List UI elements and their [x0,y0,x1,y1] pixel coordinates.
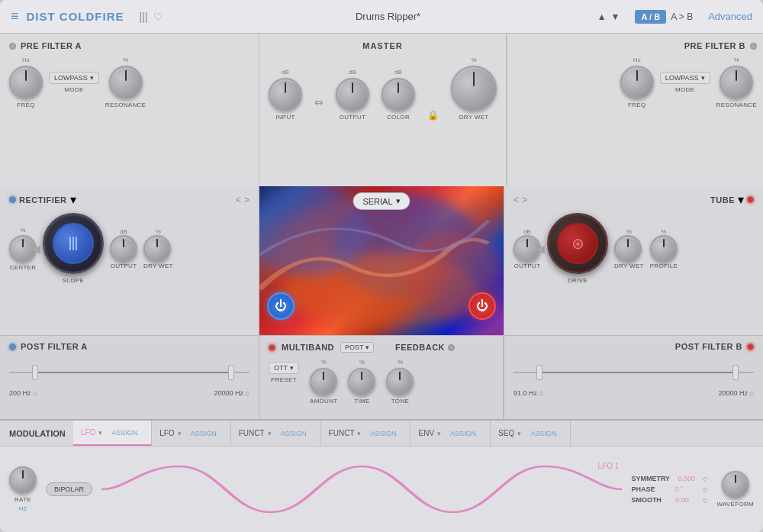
slope-label: SLOPE [43,277,104,284]
serial-dropdown[interactable]: SERIAL ▾ [353,192,410,210]
profile-knob[interactable] [650,235,678,263]
freq-a-knob[interactable] [9,66,43,99]
mod-assign-1[interactable]: ASSIGN [105,429,143,437]
center-label: CENTER [9,264,37,271]
freq-b-group: Hz FREQ [620,56,654,108]
tube-drywet-knob[interactable] [614,235,642,263]
rate-knob-group: RATE HZ [9,466,37,512]
master-color-knob[interactable] [382,78,415,111]
filter-b-high-handle[interactable] [732,365,739,380]
mod-assign-5[interactable]: ASSIGN [444,430,482,437]
knob-line-1 [69,237,71,250]
resonance-b-knob[interactable] [720,66,753,99]
pre-filter-b-led[interactable] [750,43,757,50]
master-drywet-label: DRY WET [459,114,489,121]
power-button-right[interactable]: ⏻ [468,292,496,320]
mod-assign-4[interactable]: ASSIGN [364,430,402,437]
smooth-value[interactable]: 0.00 [675,496,689,504]
filter-a-high-stepper[interactable]: ◇ [245,390,250,397]
rectifier-nav-right[interactable]: > [244,195,250,205]
rectifier-led[interactable] [9,196,16,203]
resonance-a-label: RESONANCE [105,102,146,108]
master-output-top: dB [349,69,356,76]
amount-knob[interactable] [310,368,337,395]
lock-icon[interactable]: 🔒 [427,110,439,121]
mod-assign-6[interactable]: ASSIGN [524,430,562,437]
post-filter-b-slider[interactable] [513,357,754,388]
mod-assign-2[interactable]: ASSIGN [185,430,223,437]
multiband-post-badge[interactable]: POST ▾ [340,342,374,353]
time-knob[interactable] [348,368,375,395]
mode-b-dropdown[interactable]: LOWPASS ▾ [660,72,710,84]
master-output-knob[interactable] [336,78,369,111]
symmetry-stepper[interactable]: ◇ [703,476,707,482]
mod-assign-3[interactable]: ASSIGN [275,430,313,437]
drive-arrow[interactable]: ◀ [536,243,545,255]
power-button-left[interactable]: ⏻ [267,292,295,320]
master-drywet-group: % DRY WET [451,56,497,121]
advanced-button[interactable]: Advanced [708,11,752,22]
multiband-led[interactable] [269,344,275,351]
tube-nav-right[interactable]: > [522,195,527,205]
tone-knob[interactable] [386,368,414,395]
tube-nav-left[interactable]: < [513,195,519,205]
pre-filter-a-label: PRE FILTER A [9,41,250,50]
master-color-top: dB [394,69,402,76]
symmetry-value[interactable]: 0.500 [678,475,695,482]
mod-tab-lfo-2[interactable]: LFO ▾ ASSIGN [152,421,230,446]
filter-b-line [542,372,732,373]
phase-stepper[interactable]: ◇ [703,486,707,493]
post-filter-a-slider[interactable] [9,357,250,388]
tube-led[interactable] [747,196,754,203]
tube-controls: dB OUTPUT ◀ ⊛ DRIVE % [513,213,754,284]
filter-a-high-handle[interactable] [228,365,234,380]
drive-knob[interactable]: ⊛ [547,213,608,274]
mode-a-dropdown[interactable]: LOWPASS ▾ [49,72,99,84]
rate-knob[interactable] [9,466,37,494]
drive-knob-icon: ⊛ [571,234,584,253]
smooth-stepper[interactable]: ◇ [703,497,707,504]
phase-value[interactable]: 0 ° [674,485,683,493]
nav-up-icon[interactable]: ▲ [597,11,607,22]
nav-down-icon[interactable]: ▼ [611,11,620,22]
tube-panel: < > TUBE ▾ dB OUTPUT ◀ [504,186,763,335]
preset-dropdown[interactable]: OTT ▾ [269,362,299,374]
resonance-a-knob[interactable] [109,66,143,99]
drywet-knob[interactable] [143,235,171,263]
ab-button[interactable]: A / B [635,10,666,24]
slope-knob-inner [53,223,94,264]
mod-tab-funct-2[interactable]: FUNCT ▾ ASSIGN [321,421,411,446]
mod-tab-env[interactable]: ENV ▾ ASSIGN [410,421,491,446]
post-filter-b-led[interactable] [747,343,754,350]
mod-tab-lfo-1[interactable]: LFO ▾ ASSIGN [73,421,152,446]
filter-b-high-stepper[interactable]: ◇ [749,390,754,397]
browser-icon[interactable]: ||| [140,11,148,23]
mod-tab-funct-1[interactable]: FUNCT ▾ ASSIGN [231,421,321,446]
rate-unit[interactable]: HZ [19,505,27,512]
master-drywet-knob[interactable] [451,66,497,111]
slope-arrow[interactable]: ◀ [32,243,40,255]
post-filter-a-title: POST FILTER A [21,342,88,351]
filter-b-low-handle[interactable] [536,365,542,380]
slope-knob[interactable] [43,213,104,274]
pre-filter-b-panel: PRE FILTER B Hz FREQ LOWPASS ▾ MODE [507,34,763,186]
filter-b-low-stepper[interactable]: ◇ [539,390,543,397]
rectifier-label: RECTIFIER ▾ < > [9,192,250,207]
filter-a-low-stepper[interactable]: ◇ [33,390,37,397]
pre-filter-a-led[interactable] [9,43,16,50]
rectifier-nav-left[interactable]: < [236,195,241,205]
feedback-led[interactable] [448,344,455,351]
master-input-knob[interactable] [269,78,302,111]
output-knob[interactable] [110,235,137,263]
filter-a-low-handle[interactable] [32,365,38,380]
post-filter-a-led[interactable] [9,343,16,350]
smooth-label: SMOOTH [631,496,662,504]
bipolar-button[interactable]: BIPOLAR [46,482,92,496]
favorite-icon[interactable]: ♡ [153,11,163,23]
freq-b-knob[interactable] [620,66,654,99]
menu-icon[interactable]: ≡ [11,8,19,24]
link-icon[interactable]: ⇔ [314,96,324,108]
mod-tab-seq[interactable]: SEQ ▾ ASSIGN [491,421,571,446]
waveform-knob[interactable] [722,471,749,498]
time-group: % TIME [348,359,375,405]
